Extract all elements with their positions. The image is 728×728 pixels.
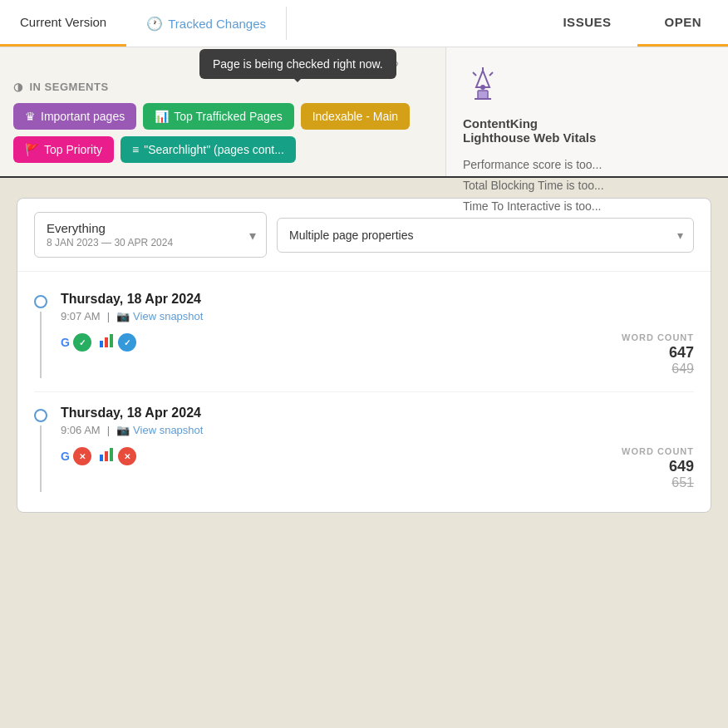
issue-3: Time To Interactive is too... [463,196,711,217]
svg-rect-9 [110,334,113,347]
pill-indexable-main[interactable]: Indexable - Main [301,103,411,130]
entry-data-row-1: G ✓ [61,332,694,376]
tabs-row: Current Version 🕐 Tracked Changes ISSUES… [0,0,728,47]
pie-icon: ◑ [13,81,23,93]
entry-data-row-2: G ✕ [61,446,694,490]
word-count-old-2: 651 [622,475,694,490]
multi-label: Multiple page properties [289,229,413,242]
timeline-dot-1 [34,295,47,308]
timeline-dot-2 [34,409,47,422]
word-count-old-1: 649 [622,362,694,376]
word-count-new-2: 649 [622,458,694,475]
x-badge-2: ✕ [118,447,136,465]
bottom-section: Everything 8 JAN 2023 — 30 APR 2024 ▾ Mu… [0,178,728,533]
camera-icon-2: 📷 [116,424,130,436]
timeline-entry-2: Thursday, 18 Apr 2024 9:06 AM | 📷 View s… [34,392,694,505]
timeline-line-1 [40,312,42,378]
svg-line-3 [473,72,476,76]
crown-icon: ♛ [25,110,36,123]
multi-chevron-icon: ▾ [677,229,683,242]
divider-2: | [107,424,110,436]
tab-issues[interactable]: ISSUES [536,0,637,47]
pill-top-priority[interactable]: 🚩 Top Priority [13,136,114,163]
svg-rect-10 [100,455,103,461]
view-snapshot-link-2[interactable]: 📷 View snapshot [116,424,203,436]
svg-rect-8 [105,337,108,347]
tabs-spacer [287,0,536,47]
view-snapshot-link-1[interactable]: 📷 View snapshot [116,310,203,322]
timeline-content-1: Thursday, 18 Apr 2024 9:07 AM | 📷 View s… [61,292,694,378]
divider-1: | [107,310,110,322]
panel-issues: Performance score is too... Total Blocki… [463,155,711,218]
timeline-content-2: Thursday, 18 Apr 2024 9:06 AM | 📷 View s… [61,406,694,492]
google-icon-1: G [61,336,70,349]
analytics-icon-1 [98,332,115,352]
svg-line-4 [489,72,493,76]
entry-time-2: 9:06 AM [61,424,101,436]
select-label: Everything [47,221,254,235]
google-icon-2: G [61,450,70,463]
issue-1: Performance score is too... [463,155,711,175]
camera-icon-1: 📷 [116,310,130,322]
entry-date-2: Thursday, 18 Apr 2024 [61,406,694,421]
lighthouse-icon [463,64,711,110]
flag-icon: 🚩 [25,143,39,156]
pill-searchlight[interactable]: ≡ "Searchlight" (pages cont... [121,136,296,163]
check-badge-1: ✓ [73,333,91,352]
svg-rect-7 [100,341,103,347]
x-badge-1: ✕ [73,447,91,465]
timeline-dot-col-1 [34,292,47,378]
word-count-label-2: WORD COUNT [622,446,694,456]
multi-properties-select[interactable]: Multiple page properties ▾ [277,218,694,253]
word-count-new-1: 647 [622,344,694,362]
timeline-entry-1: Thursday, 18 Apr 2024 9:07 AM | 📷 View s… [34,278,694,392]
entry-date-1: Thursday, 18 Apr 2024 [61,292,694,307]
check-badge-2: ✓ [118,333,136,352]
entry-time-1: 9:07 AM [61,310,101,322]
segments-pills: ♛ Important pages 📊 Top Trafficked Pages… [13,103,435,163]
timeline: Thursday, 18 Apr 2024 9:07 AM | 📷 View s… [17,272,711,512]
tab-open[interactable]: OPEN [637,0,728,47]
panel-title: ContentKingLighthouse Web Vitals [463,116,711,145]
word-count-col-1: WORD COUNT 647 649 [622,332,694,376]
svg-point-5 [480,85,485,90]
segments-area: past 10 seconds ↻ Page is being checked … [0,47,449,176]
entry-icons-2: G ✕ [61,446,136,466]
pill-important-pages[interactable]: ♛ Important pages [13,103,136,130]
tab-current-version[interactable]: Current Version [0,0,126,47]
word-count-label-1: WORD COUNT [622,332,694,342]
pill-top-trafficked[interactable]: 📊 Top Trafficked Pages [143,103,293,130]
analytics-icon-2 [98,446,115,466]
svg-rect-0 [478,91,488,99]
issue-2: Total Blocking Time is too... [463,175,711,196]
entry-icons-1: G ✓ [61,332,136,352]
date-filter-select[interactable]: Everything 8 JAN 2023 — 30 APR 2024 ▾ [34,212,267,258]
timeline-line-2 [40,425,42,492]
entry-time-row-2: 9:06 AM | 📷 View snapshot [61,424,694,436]
word-count-col-2: WORD COUNT 649 651 [622,446,694,490]
date-range: 8 JAN 2023 — 30 APR 2024 [47,237,254,248]
timeline-dot-col-2 [34,406,47,492]
svg-rect-11 [105,451,108,461]
chevron-down-icon: ▾ [249,227,256,243]
segments-header: ◑ IN SEGMENTS [13,81,435,93]
clock-icon: 🕐 [146,16,163,32]
list-icon: ≡ [132,143,139,156]
main-card: Everything 8 JAN 2023 — 30 APR 2024 ▾ Mu… [17,198,711,513]
chart-icon: 📊 [155,110,169,123]
entry-time-row-1: 9:07 AM | 📷 View snapshot [61,310,694,322]
tooltip-bubble: Page is being checked right now. [199,49,396,79]
top-section: Current Version 🕐 Tracked Changes ISSUES… [0,0,728,178]
right-panel: ContentKingLighthouse Web Vitals Perform… [445,47,728,176]
svg-rect-12 [110,448,113,461]
tab-tracked-changes[interactable]: 🕐 Tracked Changes [126,0,286,47]
